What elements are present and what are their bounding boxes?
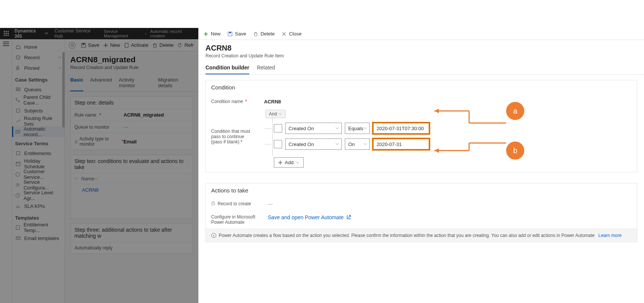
nav-email-template[interactable]: Email templates — [12, 233, 65, 243]
hub-label[interactable]: Customer Service Hub — [51, 28, 101, 39]
nav-automatic-record[interactable]: Automatic record... — [12, 126, 65, 137]
pin-icon — [15, 65, 21, 71]
chevron-down-icon[interactable] — [74, 176, 78, 181]
gear-icon — [15, 182, 20, 188]
close-button[interactable]: Close — [281, 31, 301, 37]
condition-row: Created On Equals 2020-07-31T07:30:00 — [274, 123, 637, 134]
back-icon[interactable]: ⊙ — [69, 42, 76, 49]
nav-label: Pinned — [24, 65, 39, 71]
learn-more-link[interactable]: Learn more — [598, 233, 621, 238]
field-dropdown[interactable]: Created On — [285, 123, 342, 134]
nav-group-terms: Service Terms — [12, 137, 65, 148]
nav-customer-service[interactable]: Customer Service... — [12, 169, 65, 180]
nav-routing[interactable]: Routing Rule Sets — [12, 116, 65, 126]
hamburger-icon[interactable] — [3, 42, 9, 46]
nav-subjects[interactable]: Subjects — [12, 105, 65, 116]
dd-label: Equals — [348, 126, 363, 131]
group-operator-dropdown[interactable]: And — [266, 110, 286, 118]
power-automate-link[interactable]: Save and open Power Automate — [268, 214, 351, 220]
nav-recent[interactable]: Recent — [12, 52, 65, 63]
delete-button[interactable]: Delete — [253, 31, 275, 37]
dd-label: Created On — [289, 126, 314, 131]
condition-section: Condition Condition name* ACRN8 Conditio… — [205, 80, 637, 172]
field-label: Activity type to monitor — [79, 136, 119, 147]
value-input-b[interactable]: 2020-07-31 — [373, 138, 429, 150]
svg-point-18 — [16, 172, 20, 177]
nav-home[interactable]: Home — [12, 42, 65, 52]
tab-migration[interactable]: Migration details — [158, 74, 193, 91]
activate-button[interactable]: Activate — [124, 42, 148, 48]
nav-label: Queues — [24, 87, 42, 92]
field-value[interactable]: Email — [124, 139, 137, 145]
tab-advanced[interactable]: Advanced — [90, 74, 112, 91]
field-value[interactable]: ACRN8_migrated — [124, 112, 164, 118]
nav-entitle-template[interactable]: Entitlement Temp... — [12, 222, 65, 233]
value-input-a[interactable]: 2020-07-31T07:30:00 — [373, 123, 429, 134]
svg-rect-29 — [212, 203, 215, 205]
condition-name-value[interactable]: ACRN8 — [264, 97, 281, 105]
app-launcher-icon[interactable] — [0, 31, 13, 36]
tab-activity[interactable]: Activity monitor — [119, 74, 151, 91]
row-checkbox[interactable] — [274, 140, 282, 148]
tab-basic[interactable]: Basic — [70, 74, 83, 91]
nav-sla-kpi[interactable]: SLA KPIs — [12, 201, 65, 211]
nav-sla[interactable]: Service Level Agr... — [12, 190, 65, 201]
panel-subtitle: Record Creation and Update Rule Item — [199, 53, 644, 62]
nav-queues[interactable]: Queues — [12, 84, 65, 95]
subject-icon — [15, 108, 21, 114]
svg-point-13 — [19, 101, 20, 102]
breadcrumb-1[interactable]: Service Management — [101, 29, 144, 38]
operator-dropdown[interactable]: On — [345, 138, 370, 150]
nav-group-case: Case Settings — [12, 73, 65, 84]
row-checkbox[interactable] — [274, 124, 282, 132]
tree-icon — [15, 97, 20, 103]
nav-label: Home — [24, 44, 37, 50]
field-label: Automatically reply — [74, 245, 113, 251]
new-button[interactable]: New — [203, 31, 221, 37]
nav-label: Entitlement Temp... — [23, 222, 62, 233]
btn-label: Add — [285, 160, 293, 165]
list-item[interactable]: ACRN8 — [71, 184, 193, 196]
svg-rect-1 — [6, 31, 7, 32]
operator-dropdown[interactable]: Equals — [345, 123, 370, 134]
brand-label[interactable]: Dynamics 365 — [13, 28, 45, 39]
column-header[interactable]: Name — [81, 176, 94, 181]
nav-pinned[interactable]: Pinned — [12, 63, 65, 73]
nav-service-config[interactable]: Service Configura... — [12, 180, 65, 190]
actions-section: Actions to take Record to create --- Con… — [205, 183, 637, 242]
svg-rect-0 — [4, 31, 5, 32]
save-button[interactable]: Save — [227, 31, 246, 37]
add-condition-button[interactable]: Add — [274, 157, 304, 168]
save-button[interactable]: Save — [81, 42, 99, 48]
svg-rect-28 — [229, 32, 231, 33]
field-dropdown[interactable]: Created On — [285, 138, 342, 150]
dd-label: On — [348, 142, 355, 147]
btn-label: Save — [88, 42, 99, 48]
refresh-button[interactable]: Refr — [177, 42, 194, 48]
section-title: Step two: conditions to evaluate and act… — [71, 155, 193, 173]
delete-button[interactable]: Delete — [152, 42, 174, 48]
section-title: Step three: additional actions to take a… — [71, 224, 193, 242]
field-value[interactable]: --- — [124, 124, 128, 130]
svg-rect-14 — [17, 109, 20, 112]
nav-label: Service Configura... — [23, 179, 62, 191]
nav-label: SLA KPIs — [24, 203, 45, 209]
btn-label: New — [211, 31, 221, 37]
svg-rect-21 — [16, 226, 20, 230]
nav-label: Service Level Agr... — [23, 190, 62, 201]
tab-condition-builder[interactable]: Condition builder — [205, 62, 249, 74]
svg-rect-2 — [8, 31, 9, 32]
breadcrumb-2[interactable]: Automatic record creation — [147, 29, 198, 38]
chevron-down-icon[interactable] — [45, 31, 48, 36]
panel-command-bar: New Save Delete Close — [199, 28, 644, 40]
page-subtitle: Record Creation and Update Rule — [65, 65, 198, 74]
new-button[interactable]: New — [103, 42, 120, 48]
svg-rect-11 — [16, 90, 20, 91]
field-value[interactable]: --- — [268, 201, 273, 207]
nav-holiday[interactable]: Holiday Schedule — [12, 158, 65, 169]
scrollbar-thumb[interactable] — [62, 52, 65, 128]
tab-related[interactable]: Related — [257, 62, 275, 74]
chevron-down-icon[interactable] — [94, 177, 98, 181]
nav-parent-child[interactable]: Parent Child Case... — [12, 95, 65, 105]
nav-entitlements[interactable]: Entitlements — [12, 148, 65, 158]
